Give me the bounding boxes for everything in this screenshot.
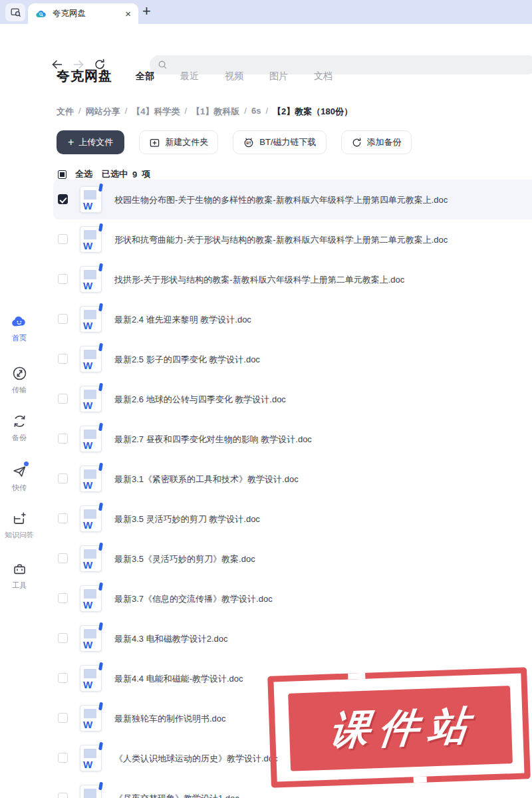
- file-row[interactable]: W 校园生物分布图-关于生物的多样性的教案-新教科版六年级科学上册第四单元教案上…: [53, 180, 532, 219]
- file-checkbox[interactable]: [58, 713, 68, 723]
- quick-send-badge: [24, 462, 29, 466]
- sidebar-item-tools[interactable]: 工具: [0, 560, 39, 591]
- file-row[interactable]: W 最新3.5《灵活巧妙的剪刀》教案.doc: [53, 539, 532, 579]
- selected-count: 9: [132, 170, 137, 180]
- file-checkbox[interactable]: [58, 553, 68, 563]
- word-doc-icon: W: [80, 226, 102, 253]
- file-name[interactable]: 最新2.6 地球的公转与四季变化 教学设计.doc: [114, 394, 286, 406]
- bt-magnet-download-button[interactable]: BT BT/磁力链下载: [233, 130, 326, 154]
- file-name[interactable]: 《昼夜交替现象》教学设计1.doc: [114, 793, 239, 798]
- window-search-icon: [10, 7, 21, 18]
- word-doc-icon: W: [80, 545, 102, 572]
- select-all-checkbox[interactable]: [58, 170, 66, 179]
- file-name[interactable]: 最新3.5 灵活巧妙的剪刀 教学设计.doc: [114, 513, 260, 525]
- add-backup-button[interactable]: 添加备份: [341, 130, 412, 154]
- tab-search-button[interactable]: [5, 3, 25, 21]
- breadcrumb-item[interactable]: 6s: [251, 106, 261, 118]
- word-doc-icon: W: [80, 665, 102, 692]
- toolbar: + 上传文件 新建文件夹 BT BT/磁力链下载: [57, 130, 412, 154]
- sidebar-label-tools: 工具: [12, 581, 27, 591]
- breadcrumb-item[interactable]: 网站分享: [86, 106, 120, 118]
- home-cloud-icon: [11, 313, 28, 330]
- sidebar-label-backup: 备份: [12, 433, 27, 443]
- browser-tab-strip: 夸克网盘 × +: [0, 0, 532, 24]
- tab-docs[interactable]: 文档: [314, 70, 332, 82]
- breadcrumb: 文件/ 网站分享/ 【4】科学类/ 【1】教科版/ 6s/ 【2】教案（180份…: [57, 106, 352, 118]
- browser-tab-title: 夸克网盘: [53, 8, 86, 19]
- file-name[interactable]: 《人类认识地球运动的历史》教学设计.doc: [114, 753, 278, 765]
- file-checkbox[interactable]: [58, 314, 68, 324]
- sidebar-label-quick-send: 快传: [12, 483, 27, 493]
- file-checkbox[interactable]: [58, 473, 68, 483]
- word-doc-icon: W: [80, 705, 102, 732]
- file-name[interactable]: 校园生物分布图-关于生物的多样性的教案-新教科版六年级科学上册第四单元教案上.d…: [114, 194, 448, 206]
- file-row[interactable]: W 最新2.4 谁先迎来黎明 教学设计.doc: [53, 299, 532, 339]
- file-name[interactable]: 最新2.7 昼夜和四季变化对生物的影响 教学设计.doc: [114, 434, 312, 446]
- file-row[interactable]: W 最新2.5 影子的四季变化 教学设计.doc: [53, 339, 532, 379]
- file-checkbox[interactable]: [58, 194, 68, 204]
- file-name[interactable]: 最新2.4 谁先迎来黎明 教学设计.doc: [114, 314, 251, 326]
- tab-images[interactable]: 图片: [269, 70, 288, 82]
- file-row[interactable]: W 形状和抗弯曲能力-关于形状与结构的教案-新教科版六年级科学上册第二单元教案上…: [53, 219, 532, 259]
- file-checkbox[interactable]: [58, 354, 68, 364]
- file-row[interactable]: W 最新3.5 灵活巧妙的剪刀 教学设计.doc: [53, 499, 532, 539]
- sidebar-item-home[interactable]: 首页: [0, 313, 39, 343]
- word-doc-icon: W: [80, 386, 102, 412]
- browser-tab[interactable]: 夸克网盘 ×: [28, 3, 138, 24]
- tab-all[interactable]: 全部: [136, 70, 154, 82]
- selected-label: 已选中: [102, 168, 128, 180]
- sidebar-item-quick-send[interactable]: 快传: [0, 462, 39, 493]
- file-row[interactable]: W 最新3.1《紧密联系的工具和技术》教学设计.doc: [53, 459, 532, 499]
- sidebar-label-home: 首页: [12, 333, 27, 343]
- file-name[interactable]: 最新3.1《紧密联系的工具和技术》教学设计.doc: [114, 473, 299, 485]
- file-checkbox[interactable]: [58, 434, 68, 444]
- tab-recent[interactable]: 最近: [180, 70, 199, 82]
- file-checkbox[interactable]: [58, 513, 68, 523]
- file-checkbox[interactable]: [58, 394, 68, 404]
- word-doc-icon: W: [80, 346, 102, 372]
- svg-text:BT: BT: [247, 141, 252, 145]
- file-checkbox[interactable]: [58, 234, 68, 244]
- file-name[interactable]: 最新4.3 电和磁教学设计2.doc: [114, 633, 228, 645]
- knowledge-qa-icon: [11, 509, 28, 527]
- sidebar-item-knowledge-qa[interactable]: 知识问答: [0, 509, 39, 540]
- kejianzhan-stamp: 课件站: [267, 667, 531, 788]
- quick-send-icon: [11, 462, 28, 479]
- file-name[interactable]: 最新4.4 电能和磁能-教学设计.doc: [114, 673, 243, 685]
- file-row[interactable]: W 最新3.7《信息的交流传播》教学设计.doc: [53, 579, 532, 618]
- file-checkbox[interactable]: [58, 793, 68, 798]
- file-row[interactable]: W 最新2.7 昼夜和四季变化对生物的影响 教学设计.doc: [53, 419, 532, 459]
- tab-close-icon[interactable]: ×: [125, 9, 131, 19]
- file-row[interactable]: W 最新4.3 电和磁教学设计2.doc: [53, 618, 532, 658]
- sidebar-item-backup[interactable]: 备份: [0, 412, 39, 443]
- file-checkbox[interactable]: [58, 753, 68, 763]
- sidebar-label-knowledge-qa: 知识问答: [5, 530, 34, 540]
- sidebar-item-transfer[interactable]: 传输: [0, 364, 39, 395]
- tab-videos[interactable]: 视频: [225, 70, 243, 82]
- file-name[interactable]: 最新2.5 影子的四季变化 教学设计.doc: [114, 354, 260, 366]
- breadcrumb-item[interactable]: 【1】教科版: [192, 106, 239, 118]
- file-checkbox[interactable]: [58, 593, 68, 603]
- breadcrumb-current: 【2】教案（180份）: [273, 106, 352, 118]
- file-name[interactable]: 最新独轮车的制作说明书.doc: [114, 713, 226, 725]
- file-row[interactable]: W 最新2.6 地球的公转与四季变化 教学设计.doc: [53, 379, 532, 419]
- word-doc-icon: W: [80, 745, 102, 771]
- breadcrumb-item[interactable]: 文件: [57, 106, 74, 118]
- toolbox-icon: [11, 560, 28, 577]
- breadcrumb-item[interactable]: 【4】科学类: [132, 106, 180, 118]
- file-name[interactable]: 最新3.7《信息的交流传播》教学设计.doc: [114, 593, 273, 605]
- file-row[interactable]: W 找拱形-关于形状与结构的教案-新教科版六年级科学上册第二单元教案上.doc: [53, 259, 532, 299]
- file-checkbox[interactable]: [58, 673, 68, 683]
- select-all-label[interactable]: 全选: [75, 168, 92, 180]
- word-doc-icon: W: [80, 625, 102, 652]
- upload-file-button[interactable]: + 上传文件: [57, 130, 124, 154]
- new-tab-button[interactable]: +: [142, 3, 151, 20]
- word-doc-icon: W: [80, 306, 102, 332]
- file-name[interactable]: 找拱形-关于形状与结构的教案-新教科版六年级科学上册第二单元教案上.doc: [114, 274, 404, 286]
- file-name[interactable]: 形状和抗弯曲能力-关于形状与结构的教案-新教科版六年级科学上册第二单元教案上.d…: [114, 234, 448, 246]
- word-doc-icon: W: [80, 785, 102, 798]
- file-name[interactable]: 最新3.5《灵活巧妙的剪刀》教案.doc: [114, 553, 255, 565]
- new-folder-button[interactable]: 新建文件夹: [139, 130, 218, 154]
- file-checkbox[interactable]: [58, 633, 68, 643]
- file-checkbox[interactable]: [58, 274, 68, 284]
